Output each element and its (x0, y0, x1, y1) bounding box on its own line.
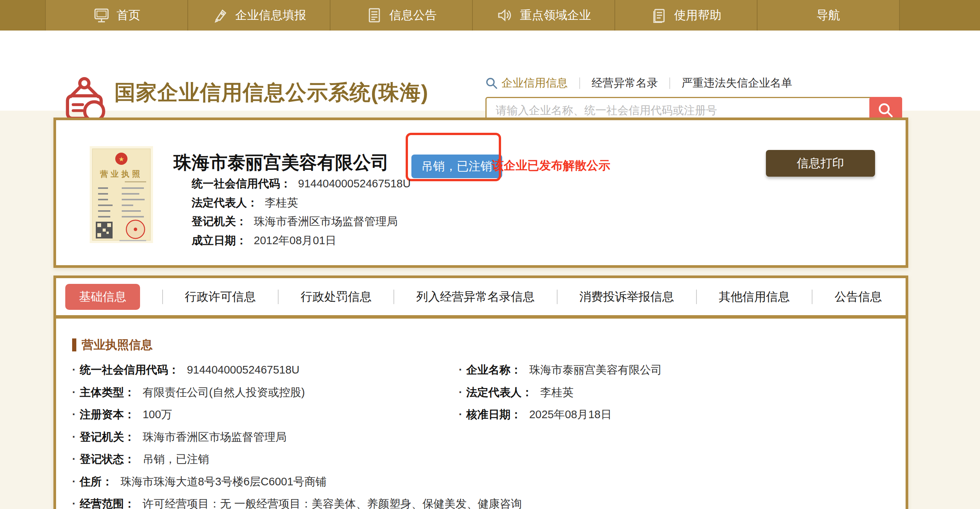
search-tabs: 企业信用信息 经营异常名录 严重违法失信企业名单 (485, 75, 905, 92)
nav-item-home[interactable]: 首页 (45, 0, 187, 31)
dissolution-notice: 该企业已发布解散公示 (492, 158, 610, 174)
svg-text:★: ★ (118, 156, 124, 163)
detail-card: 基础信息 行政许可信息 行政处罚信息 列入经营异常名录信息 消费投诉举报信息 其… (53, 275, 908, 509)
nav-item-label: 使用帮助 (674, 7, 722, 23)
status-highlight-box (406, 133, 501, 181)
field-registration-status: 登记状态：吊销，已注销 (72, 452, 454, 475)
divider (579, 77, 580, 89)
help-doc-icon (651, 7, 667, 24)
divider (696, 290, 697, 304)
print-info-button[interactable]: 信息打印 (766, 150, 875, 177)
field-entity-type: 主体类型：有限责任公司(自然人投资或控股) (72, 385, 454, 408)
search-tab-illegal-dishonest-list[interactable]: 严重违法失信企业名单 (682, 76, 792, 91)
license-fields-left: 统一社会信用代码：91440400052467518U 主体类型：有限责任公司(… (72, 363, 454, 509)
magnifier-icon (877, 101, 895, 119)
search-tab-credit-info[interactable]: 企业信用信息 (485, 76, 568, 91)
divider (162, 290, 163, 304)
company-summary-card: ★ 营业执照 珠海市泰丽宫美容有限公司 吊销，已注销 该企业 (53, 118, 908, 268)
nav-item-label: 导航 (817, 7, 840, 23)
summary-field-legal-rep: 法定代表人：李桂英 (192, 193, 411, 213)
nav-item-key-field-enterprises[interactable]: 重点领域企业 (472, 0, 614, 31)
tab-announcements[interactable]: 公告信息 (835, 289, 882, 305)
field-credit-code: 统一社会信用代码：91440400052467518U (72, 363, 454, 385)
tab-abnormal-list[interactable]: 列入经营异常名录信息 (416, 289, 535, 305)
field-registered-capital: 注册资本：100万 (72, 408, 454, 430)
nav-item-bulletin[interactable]: 信息公告 (330, 0, 472, 31)
business-license-image: ★ 营业执照 (90, 146, 153, 243)
section-heading: 营业执照信息 (72, 337, 153, 353)
divider (393, 290, 394, 304)
divider (278, 290, 279, 304)
nav-item-enterprise-report[interactable]: 企业信息填报 (187, 0, 330, 31)
nav-item-label: 首页 (117, 7, 140, 23)
summary-field-credit-code: 统一社会信用代码：91440400052467518U (192, 174, 411, 193)
nav-left-strip (0, 0, 45, 31)
megaphone-icon (496, 7, 513, 24)
license-info-section: 营业执照信息 统一社会信用代码：91440400052467518U 主体类型：… (56, 319, 906, 509)
bulletin-icon (366, 7, 383, 24)
nav-item-label: 重点领域企业 (520, 7, 591, 23)
field-company-name: 企业名称：珠海市泰丽宫美容有限公司 (459, 363, 878, 385)
company-name: 珠海市泰丽宫美容有限公司 (174, 151, 389, 175)
search-tab-abnormal-list[interactable]: 经营异常名录 (592, 76, 658, 91)
nav-right-strip (899, 0, 980, 31)
page-title: 国家企业信用信息公示系统(珠海) (114, 79, 429, 107)
field-legal-rep: 法定代表人：李桂英 (459, 385, 878, 408)
site-header: 国家企业信用信息公示系统(珠海) 企业信用信息 经营异常名录 严重违法失信企业名… (0, 31, 980, 111)
field-address: 住所：珠海市珠海大道8号3号楼6层C6001号商铺 (72, 475, 454, 497)
divider (669, 77, 670, 89)
summary-fields: 统一社会信用代码：91440400052467518U 法定代表人：李桂英 登记… (192, 174, 411, 250)
svg-text:营业执照: 营业执照 (100, 169, 143, 178)
field-business-scope: 经营范围：许可经营项目：无 一般经营项目：美容美体、养颜塑身、保健美发、健康咨询 (72, 497, 454, 509)
summary-field-establish-date: 成立日期：2012年08月01日 (192, 231, 411, 250)
divider (557, 290, 558, 304)
top-nav: 首页 企业信息填报 信息公告 重点领域企业 使用帮助 导航 (0, 0, 980, 31)
field-registry-authority: 登记机关：珠海市香洲区市场监督管理局 (72, 430, 454, 453)
license-fields-right: 企业名称：珠海市泰丽宫美容有限公司 法定代表人：李桂英 核准日期：2025年08… (459, 363, 878, 430)
field-approval-date: 核准日期：2025年08月18日 (459, 408, 878, 430)
tab-basic-info[interactable]: 基础信息 (65, 284, 140, 310)
tab-other-credit[interactable]: 其他信用信息 (719, 289, 790, 305)
search-area: 企业信用信息 经营异常名录 严重违法失信企业名单 (485, 75, 905, 124)
tab-admin-penalty[interactable]: 行政处罚信息 (301, 289, 372, 305)
search-icon (485, 77, 498, 89)
divider (812, 290, 812, 304)
nav-item-label: 信息公告 (390, 7, 437, 23)
nav-item-help[interactable]: 使用帮助 (614, 0, 757, 31)
nav-item-label: 企业信息填报 (235, 7, 306, 23)
search-tab-label: 企业信用信息 (501, 76, 568, 91)
info-tabs: 基础信息 行政许可信息 行政处罚信息 列入经营异常名录信息 消费投诉举报信息 其… (56, 278, 906, 319)
nav-item-sitemap[interactable]: 导航 (757, 0, 899, 31)
monitor-icon (93, 7, 110, 24)
tab-consumer-complaints[interactable]: 消费投诉举报信息 (579, 289, 674, 305)
pen-icon (212, 7, 229, 24)
tab-admin-license[interactable]: 行政许可信息 (185, 289, 256, 305)
summary-field-registry-authority: 登记机关：珠海市香洲区市场监督管理局 (192, 212, 411, 231)
